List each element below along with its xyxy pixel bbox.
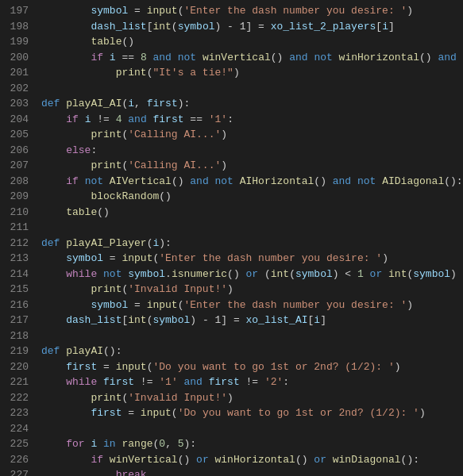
token-kw-not: not xyxy=(85,175,103,187)
token-param: i xyxy=(128,98,134,109)
token-fn: int xyxy=(271,268,289,280)
code-line: blockRandom() xyxy=(41,189,463,205)
token-fn: print xyxy=(91,129,122,140)
line-number: 216 xyxy=(6,298,29,313)
line-number: 202 xyxy=(6,81,29,97)
token-plain: ( xyxy=(258,268,271,280)
line-number: 200 xyxy=(6,50,29,66)
token-var: symbol xyxy=(91,299,128,311)
token-number: 8 xyxy=(141,52,147,63)
line-number: 221 xyxy=(6,374,29,390)
token-string: 'Do you want to go 1st or 2nd? (1/2): ' xyxy=(178,407,419,419)
token-plain: ( xyxy=(172,21,178,33)
token-plain xyxy=(79,175,85,187)
code-line: while first != '1' and first != '2': xyxy=(41,374,463,390)
token-kw-if: if xyxy=(91,454,103,466)
token-kw-or: or xyxy=(196,454,209,466)
token-plain xyxy=(97,438,103,450)
code-editor: 1971981992002012022032042052062072082092… xyxy=(0,0,463,476)
token-plain xyxy=(196,52,203,63)
code-line: def playAI(): xyxy=(41,344,463,359)
line-number: 198 xyxy=(6,19,29,35)
token-fn: playAI_Player xyxy=(66,237,146,249)
token-fn: input xyxy=(141,407,172,419)
token-var: symbol xyxy=(66,252,103,264)
token-plain: ] xyxy=(388,21,395,33)
token-kw-and: and xyxy=(153,52,172,63)
token-plain: == xyxy=(184,113,209,125)
code-line xyxy=(41,421,463,437)
line-number-gutter: 1971981992002012022032042052062072082092… xyxy=(0,3,35,476)
token-plain: (): xyxy=(401,454,419,466)
token-plain xyxy=(97,268,103,280)
token-var: symbol xyxy=(413,268,450,280)
token-plain: () xyxy=(178,454,196,466)
token-fn: int xyxy=(152,21,171,33)
token-fn: AIDiagonal xyxy=(382,175,444,187)
token-kw-or: or xyxy=(314,454,326,466)
code-line xyxy=(41,220,463,236)
token-string: 'Enter the dash number you desire: ' xyxy=(183,5,407,17)
line-number: 227 xyxy=(6,467,29,476)
token-fn: playAI xyxy=(66,345,103,357)
token-fn: AIHorizontal xyxy=(240,175,314,187)
code-line: if i != 4 and first == '1': xyxy=(41,112,463,128)
token-fn: print xyxy=(91,159,122,171)
line-number: 222 xyxy=(6,390,29,406)
line-number: 212 xyxy=(6,236,29,251)
code-line: table() xyxy=(41,205,463,221)
token-plain xyxy=(103,175,110,187)
token-plain: ): xyxy=(184,438,197,450)
token-kw-def: def xyxy=(41,345,60,357)
token-plain xyxy=(364,268,370,280)
code-line: else: xyxy=(41,143,463,159)
token-plain: ) - 1] = xyxy=(190,314,245,326)
token-plain xyxy=(103,454,110,466)
token-fn: isnumeric xyxy=(172,268,227,280)
line-number: 208 xyxy=(6,174,29,190)
token-plain: , xyxy=(165,438,178,450)
line-number: 213 xyxy=(6,251,29,267)
token-plain xyxy=(172,52,178,63)
token-kw-not: not xyxy=(178,52,196,63)
token-plain: == xyxy=(116,52,141,63)
code-content: symbol = input('Enter the dash number yo… xyxy=(35,3,463,476)
token-kw-else: else xyxy=(66,144,91,156)
token-plain: ) xyxy=(227,283,233,295)
line-number: 211 xyxy=(6,220,29,236)
token-plain: ) xyxy=(407,5,413,17)
line-number: 209 xyxy=(6,189,29,205)
token-plain: () xyxy=(295,454,314,466)
code-line: print('Invalid Input!') xyxy=(41,282,463,298)
token-number: 1 xyxy=(357,268,364,280)
token-plain: ) xyxy=(419,407,426,419)
token-plain: = xyxy=(128,299,146,311)
token-fn: winDiagonal xyxy=(333,454,401,466)
code-line: def playAI_AI(i, first): xyxy=(41,96,463,112)
token-plain: = xyxy=(122,407,140,419)
token-kw-if: if xyxy=(91,52,103,63)
token-fn: input xyxy=(116,361,147,373)
token-plain: [ xyxy=(376,21,382,33)
token-fn: input xyxy=(147,5,178,17)
line-number: 226 xyxy=(6,452,29,468)
line-number: 203 xyxy=(6,96,29,112)
token-op: = xyxy=(128,5,146,17)
token-plain: (): xyxy=(444,175,462,187)
token-fn: winHorizontal xyxy=(339,52,419,63)
token-plain: ): xyxy=(159,237,172,249)
token-var: first xyxy=(209,376,240,388)
token-plain: : xyxy=(91,144,97,156)
token-fn: int xyxy=(388,268,407,280)
token-plain: () xyxy=(159,190,172,202)
token-plain xyxy=(382,268,388,280)
token-fn: winVertical xyxy=(203,52,271,63)
token-plain: : xyxy=(283,376,289,388)
token-kw-and: and xyxy=(184,376,203,388)
token-kw-while: while xyxy=(66,268,97,280)
token-var: first xyxy=(153,113,184,125)
code-line: print('Calling AI...') xyxy=(41,158,463,174)
token-plain: () xyxy=(419,52,438,63)
token-plain: ) xyxy=(227,392,233,404)
token-fn: table xyxy=(91,36,122,48)
